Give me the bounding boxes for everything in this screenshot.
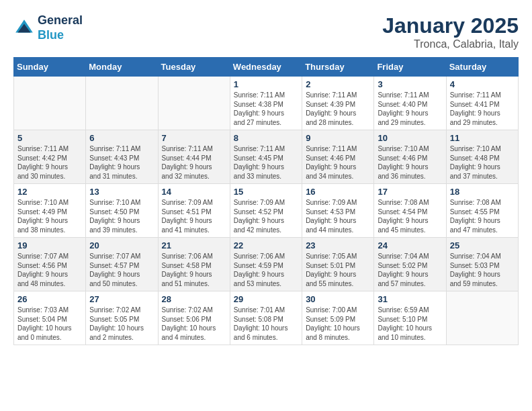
weekday-header-row: SundayMondayTuesdayWednesdayThursdayFrid… [14, 58, 519, 77]
day-number: 7 [162, 133, 226, 143]
calendar-week-row-2: 5Sunrise: 7:11 AM Sunset: 4:42 PM Daylig… [14, 130, 519, 184]
day-info: Sunrise: 7:05 AM Sunset: 5:01 PM Dayligh… [306, 252, 370, 288]
day-info: Sunrise: 7:10 AM Sunset: 4:48 PM Dayligh… [450, 144, 515, 181]
day-info: Sunrise: 7:11 AM Sunset: 4:40 PM Dayligh… [378, 91, 442, 127]
page-title: January 2025 [382, 13, 519, 38]
calendar-week-row-5: 26Sunrise: 7:03 AM Sunset: 5:04 PM Dayli… [14, 291, 519, 345]
day-number: 31 [378, 294, 442, 304]
calendar-week-row-1: 1Sunrise: 7:11 AM Sunset: 4:38 PM Daylig… [14, 77, 519, 130]
day-info: Sunrise: 7:06 AM Sunset: 4:58 PM Dayligh… [162, 252, 226, 288]
day-info: Sunrise: 7:09 AM Sunset: 4:51 PM Dayligh… [162, 198, 226, 234]
logo-icon [13, 17, 35, 39]
logo-text: General Blue [38, 13, 83, 42]
day-number: 14 [162, 187, 226, 197]
calendar-cell: 3Sunrise: 7:11 AM Sunset: 4:40 PM Daylig… [374, 77, 446, 130]
calendar-cell: 18Sunrise: 7:08 AM Sunset: 4:55 PM Dayli… [446, 184, 518, 238]
day-number: 30 [306, 294, 370, 304]
day-number: 9 [306, 133, 370, 143]
calendar-cell: 20Sunrise: 7:07 AM Sunset: 4:57 PM Dayli… [86, 238, 158, 291]
calendar-cell: 14Sunrise: 7:09 AM Sunset: 4:51 PM Dayli… [158, 184, 230, 238]
day-info: Sunrise: 6:59 AM Sunset: 5:10 PM Dayligh… [378, 306, 442, 342]
day-number: 21 [162, 240, 226, 250]
day-info: Sunrise: 7:07 AM Sunset: 4:56 PM Dayligh… [17, 252, 82, 288]
weekday-header-thursday: Thursday [302, 58, 374, 77]
calendar-cell: 4Sunrise: 7:11 AM Sunset: 4:41 PM Daylig… [446, 77, 518, 130]
calendar-cell: 31Sunrise: 6:59 AM Sunset: 5:10 PM Dayli… [374, 291, 446, 345]
day-info: Sunrise: 7:11 AM Sunset: 4:39 PM Dayligh… [306, 91, 370, 127]
day-number: 22 [234, 240, 298, 250]
day-info: Sunrise: 7:10 AM Sunset: 4:49 PM Dayligh… [17, 198, 82, 234]
page-subtitle: Tronca, Calabria, Italy [382, 38, 519, 50]
calendar-cell: 23Sunrise: 7:05 AM Sunset: 5:01 PM Dayli… [302, 238, 374, 291]
calendar-cell [14, 77, 86, 130]
day-number: 11 [450, 133, 515, 143]
day-info: Sunrise: 7:04 AM Sunset: 5:02 PM Dayligh… [378, 252, 442, 288]
day-number: 24 [378, 240, 442, 250]
day-info: Sunrise: 7:02 AM Sunset: 5:05 PM Dayligh… [89, 306, 154, 342]
day-info: Sunrise: 7:10 AM Sunset: 4:46 PM Dayligh… [378, 144, 442, 181]
calendar-cell: 7Sunrise: 7:11 AM Sunset: 4:44 PM Daylig… [158, 130, 230, 184]
calendar-cell: 15Sunrise: 7:09 AM Sunset: 4:52 PM Dayli… [230, 184, 302, 238]
calendar-week-row-4: 19Sunrise: 7:07 AM Sunset: 4:56 PM Dayli… [14, 238, 519, 291]
calendar-cell: 28Sunrise: 7:02 AM Sunset: 5:06 PM Dayli… [158, 291, 230, 345]
day-info: Sunrise: 7:11 AM Sunset: 4:43 PM Dayligh… [89, 144, 154, 181]
calendar-cell: 13Sunrise: 7:10 AM Sunset: 4:50 PM Dayli… [86, 184, 158, 238]
day-number: 12 [17, 187, 82, 197]
calendar-cell: 22Sunrise: 7:06 AM Sunset: 4:59 PM Dayli… [230, 238, 302, 291]
calendar-cell: 12Sunrise: 7:10 AM Sunset: 4:49 PM Dayli… [14, 184, 86, 238]
day-number: 26 [17, 294, 82, 304]
day-number: 18 [450, 187, 515, 197]
calendar-cell: 10Sunrise: 7:10 AM Sunset: 4:46 PM Dayli… [374, 130, 446, 184]
day-number: 16 [306, 187, 370, 197]
calendar-week-row-3: 12Sunrise: 7:10 AM Sunset: 4:49 PM Dayli… [14, 184, 519, 238]
day-info: Sunrise: 7:11 AM Sunset: 4:41 PM Dayligh… [450, 91, 515, 127]
weekday-header-sunday: Sunday [14, 58, 86, 77]
calendar-table: SundayMondayTuesdayWednesdayThursdayFrid… [13, 57, 519, 345]
day-number: 3 [378, 79, 442, 89]
day-number: 28 [162, 294, 226, 304]
day-number: 5 [17, 133, 82, 143]
day-number: 29 [234, 294, 298, 304]
day-info: Sunrise: 7:08 AM Sunset: 4:54 PM Dayligh… [378, 198, 442, 234]
day-number: 6 [89, 133, 154, 143]
day-info: Sunrise: 7:11 AM Sunset: 4:42 PM Dayligh… [17, 144, 82, 181]
calendar-cell: 9Sunrise: 7:11 AM Sunset: 4:46 PM Daylig… [302, 130, 374, 184]
day-info: Sunrise: 7:11 AM Sunset: 4:38 PM Dayligh… [234, 91, 298, 127]
calendar-cell: 11Sunrise: 7:10 AM Sunset: 4:48 PM Dayli… [446, 130, 518, 184]
day-info: Sunrise: 7:08 AM Sunset: 4:55 PM Dayligh… [450, 198, 515, 234]
calendar-cell [158, 77, 230, 130]
day-number: 4 [450, 79, 515, 89]
day-info: Sunrise: 7:02 AM Sunset: 5:06 PM Dayligh… [162, 306, 226, 342]
day-number: 27 [89, 294, 154, 304]
day-info: Sunrise: 7:11 AM Sunset: 4:46 PM Dayligh… [306, 144, 370, 181]
day-number: 8 [234, 133, 298, 143]
weekday-header-wednesday: Wednesday [230, 58, 302, 77]
day-info: Sunrise: 7:03 AM Sunset: 5:04 PM Dayligh… [17, 306, 82, 342]
calendar-cell: 24Sunrise: 7:04 AM Sunset: 5:02 PM Dayli… [374, 238, 446, 291]
logo: General Blue [13, 13, 83, 42]
calendar-cell: 6Sunrise: 7:11 AM Sunset: 4:43 PM Daylig… [86, 130, 158, 184]
calendar-cell: 16Sunrise: 7:09 AM Sunset: 4:53 PM Dayli… [302, 184, 374, 238]
calendar-cell: 8Sunrise: 7:11 AM Sunset: 4:45 PM Daylig… [230, 130, 302, 184]
calendar-cell: 1Sunrise: 7:11 AM Sunset: 4:38 PM Daylig… [230, 77, 302, 130]
day-number: 17 [378, 187, 442, 197]
calendar-cell: 5Sunrise: 7:11 AM Sunset: 4:42 PM Daylig… [14, 130, 86, 184]
day-number: 1 [234, 79, 298, 89]
calendar-cell: 25Sunrise: 7:04 AM Sunset: 5:03 PM Dayli… [446, 238, 518, 291]
page-header: General Blue January 2025 Tronca, Calabr… [13, 13, 519, 50]
calendar-cell: 2Sunrise: 7:11 AM Sunset: 4:39 PM Daylig… [302, 77, 374, 130]
day-number: 13 [89, 187, 154, 197]
day-info: Sunrise: 7:07 AM Sunset: 4:57 PM Dayligh… [89, 252, 154, 288]
day-info: Sunrise: 7:11 AM Sunset: 4:45 PM Dayligh… [234, 144, 298, 181]
day-number: 20 [89, 240, 154, 250]
calendar-cell [86, 77, 158, 130]
day-number: 2 [306, 79, 370, 89]
day-info: Sunrise: 7:11 AM Sunset: 4:44 PM Dayligh… [162, 144, 226, 181]
calendar-cell: 30Sunrise: 7:00 AM Sunset: 5:09 PM Dayli… [302, 291, 374, 345]
day-number: 10 [378, 133, 442, 143]
calendar-cell: 19Sunrise: 7:07 AM Sunset: 4:56 PM Dayli… [14, 238, 86, 291]
title-block: January 2025 Tronca, Calabria, Italy [382, 13, 519, 50]
day-number: 23 [306, 240, 370, 250]
calendar-cell: 17Sunrise: 7:08 AM Sunset: 4:54 PM Dayli… [374, 184, 446, 238]
calendar-cell: 26Sunrise: 7:03 AM Sunset: 5:04 PM Dayli… [14, 291, 86, 345]
